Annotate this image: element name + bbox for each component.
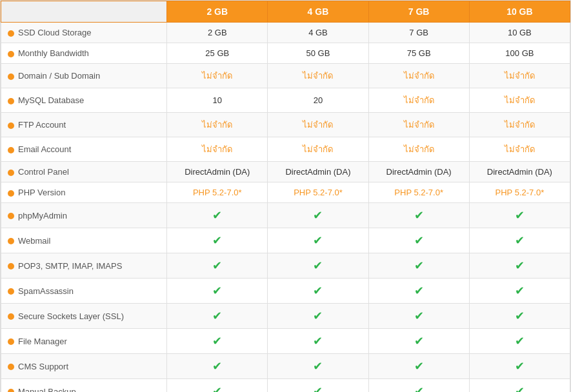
plan-3-cell: 75 GB: [368, 43, 469, 64]
orange-dot-icon: [8, 147, 14, 153]
plan-4-cell: ✔: [469, 379, 570, 393]
plan-3-cell: ✔: [368, 329, 469, 354]
check-icon: ✔: [313, 234, 323, 247]
plan-2-cell: ✔: [268, 329, 368, 354]
thai-value: ไม่จำกัด: [202, 120, 232, 130]
feature-cell: FTP Account: [1, 113, 167, 137]
plan-3-cell: ✔: [368, 203, 469, 228]
cell-value: 2 GB: [208, 28, 227, 37]
thai-value: ไม่จำกัด: [303, 144, 333, 154]
check-icon: ✔: [414, 309, 424, 322]
check-icon: ✔: [212, 335, 222, 348]
plan-4-cell: DirectAdmin (DA): [469, 162, 570, 182]
check-icon: ✔: [212, 259, 222, 272]
check-icon: ✔: [212, 360, 222, 373]
feature-label: Monthly Bandwidth: [18, 48, 89, 58]
feature-label: SpamAssassin: [18, 286, 74, 296]
check-icon: ✔: [414, 335, 424, 348]
feature-label: POP3, SMTP, IMAP, IMAPS: [18, 261, 122, 271]
thai-value: ไม่จำกัด: [505, 95, 535, 105]
plan-1-cell: PHP 5.2-7.0*: [167, 182, 268, 203]
check-icon: ✔: [212, 385, 222, 392]
plan-3-cell: ไม่จำกัด: [368, 88, 469, 113]
table-row: Webmail✔✔✔✔: [1, 228, 570, 253]
plan-2-cell: PHP 5.2-7.0*: [268, 182, 368, 203]
plan-1-cell: ✔: [167, 329, 268, 354]
table-row: FTP Accountไม่จำกัดไม่จำกัดไม่จำกัดไม่จำ…: [1, 113, 570, 137]
plan-3-cell: ✔: [368, 228, 469, 253]
table-row: phpMyAdmin✔✔✔✔: [1, 203, 570, 228]
plan-2-cell: ไม่จำกัด: [268, 64, 368, 88]
plan-3-cell: PHP 5.2-7.0*: [368, 182, 469, 203]
check-icon: ✔: [313, 309, 323, 322]
cell-value: 50 GB: [306, 48, 330, 58]
plan-1-cell: ✔: [167, 379, 268, 393]
plan-2-cell: ไม่จำกัด: [268, 137, 368, 162]
table-row: Monthly Bandwidth25 GB50 GB75 GB100 GB: [1, 43, 570, 64]
plan-1-cell: ไม่จำกัด: [167, 113, 268, 137]
plan-2-cell: ✔: [268, 304, 368, 329]
check-icon: ✔: [515, 259, 525, 272]
plan-1-cell: ✔: [167, 304, 268, 329]
check-icon: ✔: [414, 385, 424, 392]
plan-1-cell: ✔: [167, 279, 268, 304]
plan-3-cell: ✔: [368, 279, 469, 304]
plan-2-cell: ✔: [268, 203, 368, 228]
cell-value: 4 GB: [308, 28, 328, 37]
plan-2-header: 4 GB: [268, 1, 368, 23]
thai-value: ไม่จำกัด: [404, 95, 434, 105]
orange-dot-icon: [8, 238, 14, 244]
thai-value: ไม่จำกัด: [404, 120, 434, 130]
check-icon: ✔: [414, 259, 424, 272]
plan-4-cell: PHP 5.2-7.0*: [469, 182, 570, 203]
plan-4-header: 10 GB: [469, 1, 570, 23]
plan-3-cell: ✔: [368, 379, 469, 393]
plan-3-cell: ไม่จำกัด: [368, 137, 469, 162]
plan-1-cell: 25 GB: [167, 43, 268, 64]
plan-4-cell: ✔: [469, 253, 570, 279]
cell-value: 100 GB: [505, 48, 534, 58]
plan-3-cell: ไม่จำกัด: [368, 64, 469, 88]
thai-value: ไม่จำกัด: [404, 144, 434, 154]
table-row: File Manager✔✔✔✔: [1, 329, 570, 354]
feature-label: Webmail: [18, 236, 50, 246]
table-row: Manual Backup✔✔✔✔: [1, 379, 570, 393]
plan-3-cell: DirectAdmin (DA): [368, 162, 469, 182]
check-icon: ✔: [515, 209, 525, 222]
feature-cell: SSD Cloud Storage: [1, 23, 167, 43]
plan-4-cell: 10 GB: [469, 23, 570, 43]
plan-3-cell: ไม่จำกัด: [368, 113, 469, 137]
check-icon: ✔: [313, 259, 323, 272]
plan-2-cell: 50 GB: [268, 43, 368, 64]
feature-label: FTP Account: [18, 120, 66, 130]
feature-column-header: [1, 1, 167, 23]
thai-value: ไม่จำกัด: [505, 144, 535, 154]
table-row: Control PanelDirectAdmin (DA)DirectAdmin…: [1, 162, 570, 182]
plan-1-cell: ไม่จำกัด: [167, 64, 268, 88]
plan-3-cell: ✔: [368, 354, 469, 379]
check-icon: ✔: [515, 360, 525, 373]
php-version: PHP 5.2-7.0*: [394, 188, 443, 197]
check-icon: ✔: [515, 284, 525, 297]
table-row: Secure Sockets Layer (SSL)✔✔✔✔: [1, 304, 570, 329]
feature-label: PHP Version: [18, 188, 65, 197]
orange-dot-icon: [8, 389, 14, 392]
plan-1-cell: ✔: [167, 228, 268, 253]
plan-4-cell: ✔: [469, 304, 570, 329]
plan-3-cell: ✔: [368, 304, 469, 329]
comparison-table-wrapper: 2 GB 4 GB 7 GB 10 GB SSD Cloud Storage2 …: [0, 0, 571, 392]
plan-1-cell: 2 GB: [167, 23, 268, 43]
feature-cell: Monthly Bandwidth: [1, 43, 167, 64]
check-icon: ✔: [414, 209, 424, 222]
table-row: SpamAssassin✔✔✔✔: [1, 279, 570, 304]
check-icon: ✔: [313, 360, 323, 373]
feature-label: Secure Sockets Layer (SSL): [18, 311, 124, 321]
php-version: PHP 5.2-7.0*: [496, 188, 545, 197]
check-icon: ✔: [212, 234, 222, 247]
orange-dot-icon: [8, 190, 14, 197]
plan-2-cell: ไม่จำกัด: [268, 113, 368, 137]
plan-4-cell: ✔: [469, 279, 570, 304]
plan-2-cell: ✔: [268, 228, 368, 253]
cell-value: 7 GB: [409, 28, 428, 37]
feature-cell: Secure Sockets Layer (SSL): [1, 304, 167, 329]
